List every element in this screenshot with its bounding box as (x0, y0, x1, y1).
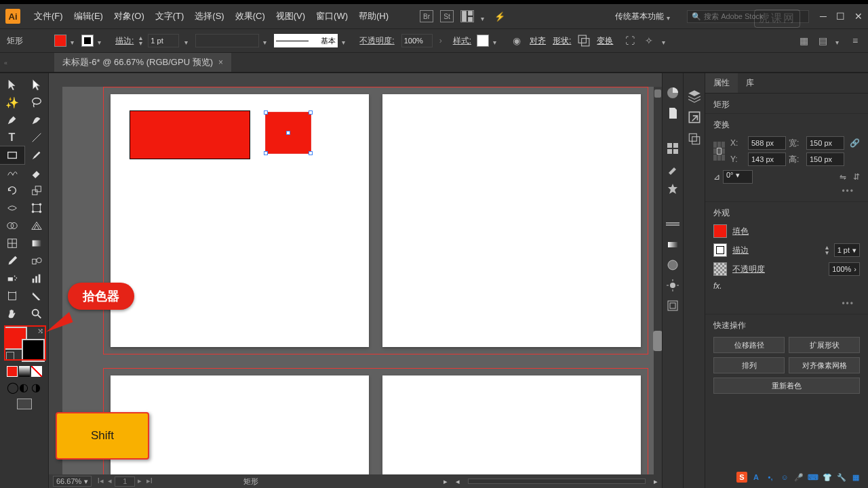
panel-stroke-weight[interactable]: 1 pt ▾ (834, 243, 860, 257)
ime-keyboard-icon[interactable]: ⌨ (808, 472, 818, 483)
ime-lang-icon[interactable]: A (751, 472, 762, 483)
align-link[interactable]: 对齐 (530, 35, 546, 47)
gradient-tool[interactable] (24, 235, 49, 252)
style-label[interactable]: 样式: (453, 35, 471, 47)
graphic-styles-panel-icon[interactable] (665, 298, 680, 313)
window-maximize[interactable]: ☐ (836, 11, 845, 22)
stroke-weight-input[interactable] (148, 34, 179, 47)
eyedropper-tool[interactable] (0, 252, 24, 270)
menu-select[interactable]: 选择(S) (195, 10, 224, 22)
graphic-style-swatch[interactable] (477, 35, 489, 47)
qa-align-pixel[interactable]: 对齐像素网格 (789, 357, 860, 373)
stroke-swatch[interactable] (81, 35, 94, 47)
draw-inside-icon[interactable]: ◑ (31, 381, 42, 392)
paintbrush-tool[interactable] (24, 146, 49, 164)
layers-panel-icon[interactable] (687, 88, 702, 103)
doc-panel-icon[interactable] (665, 106, 680, 121)
line-tool[interactable] (24, 129, 49, 146)
screen-mode-icon[interactable] (17, 399, 32, 409)
qa-arrange[interactable]: 排列 (713, 357, 785, 373)
menu-effect[interactable]: 效果(C) (235, 10, 265, 22)
menu-view[interactable]: 视图(V) (276, 10, 305, 22)
ime-grid-icon[interactable]: ▦ (850, 472, 861, 483)
artboard-4[interactable] (382, 375, 641, 488)
var-width-profile[interactable] (195, 34, 259, 47)
y-input[interactable] (748, 152, 786, 166)
close-tab-icon[interactable]: × (218, 58, 223, 67)
shape-link[interactable]: 形状: (553, 35, 571, 47)
window-close[interactable]: ✕ (854, 11, 863, 22)
blend-tool[interactable] (24, 252, 49, 270)
asset-export-panel-icon[interactable] (687, 110, 702, 125)
menu-file[interactable]: 文件(F) (34, 10, 63, 22)
window-minimize[interactable]: ─ (820, 11, 827, 22)
selection-tool[interactable] (0, 76, 24, 94)
color-mode-icon[interactable] (7, 366, 18, 377)
draw-behind-icon[interactable]: ◐ (19, 381, 30, 392)
opacity-expand[interactable]: › (439, 36, 442, 45)
opacity-label[interactable]: 不透明度: (359, 35, 394, 47)
panel-opacity-swatch[interactable] (713, 262, 727, 276)
arrange-documents-icon[interactable] (460, 10, 474, 22)
width-tool[interactable] (0, 199, 24, 217)
ruler-horizontal[interactable] (62, 73, 662, 87)
arrange-documents-dd[interactable] (481, 13, 488, 20)
collapse-toolbox-arrows[interactable]: « (4, 60, 7, 66)
hand-tool[interactable] (0, 305, 24, 323)
menu-type[interactable]: 文字(T) (155, 10, 184, 22)
artboard-1[interactable] (111, 94, 369, 347)
shaper-tool[interactable] (0, 164, 24, 182)
column-graph-tool[interactable] (24, 270, 49, 287)
panel-stroke-swatch[interactable] (713, 243, 727, 257)
rectangle-tool[interactable] (0, 146, 24, 164)
selected-square-shape[interactable] (265, 112, 311, 154)
menu-window[interactable]: 窗口(W) (316, 10, 348, 22)
edit-icon[interactable]: ✧ (643, 35, 655, 47)
fill-swatch[interactable] (54, 35, 66, 47)
flip-h-icon[interactable]: ⇋ (840, 172, 846, 182)
stock-icon[interactable]: St (440, 10, 454, 22)
panel-fill-label[interactable]: 填色 (732, 226, 749, 237)
stroke-weight-dd[interactable] (184, 37, 191, 44)
type-tool[interactable]: T (0, 129, 24, 146)
brush-definition[interactable]: 基本 (274, 34, 338, 47)
gradient-mode-icon[interactable] (19, 366, 30, 377)
qa-expand-shape[interactable]: 扩展形状 (789, 337, 860, 353)
pen-tool[interactable] (0, 111, 24, 129)
angle-input[interactable]: 0° ▾ (723, 170, 753, 184)
shape-mode-icon[interactable] (578, 35, 590, 47)
bridge-icon[interactable]: Br (420, 10, 433, 22)
appearance-more[interactable]: ••• (713, 296, 860, 308)
artboard-2[interactable] (382, 94, 641, 347)
panel-opacity-label[interactable]: 不透明度 (732, 264, 765, 275)
transform-link[interactable]: 变换 (597, 35, 613, 47)
magic-wand-tool[interactable]: ✨ (0, 94, 24, 111)
panel-menu-icon[interactable]: ≡ (849, 35, 861, 47)
eraser-tool[interactable] (24, 164, 49, 182)
h-input[interactable] (806, 152, 844, 166)
ime-toolbar[interactable]: S A •, ☺ 🎤 ⌨ 👕 🔧 ▦ (736, 472, 861, 483)
flip-v-icon[interactable]: ⇵ (853, 172, 860, 182)
swatches-panel-icon[interactable] (665, 141, 680, 156)
slice-tool[interactable] (24, 287, 49, 305)
menu-object[interactable]: 对象(O) (114, 10, 144, 22)
transparency-panel-icon[interactable] (665, 258, 680, 272)
symbol-sprayer-tool[interactable] (0, 270, 24, 287)
stroke-swatch-dd[interactable] (98, 37, 104, 44)
w-input[interactable] (806, 136, 844, 150)
ime-emoji-icon[interactable]: ☺ (779, 472, 790, 483)
tab-properties[interactable]: 属性 (705, 73, 738, 93)
red-rectangle-shape[interactable] (130, 110, 250, 159)
stroke-stepper[interactable]: ▴▾ (139, 35, 142, 46)
fx-link[interactable]: fx. (713, 281, 722, 291)
stroke-label[interactable]: 描边: (115, 35, 134, 47)
rotate-tool[interactable] (0, 182, 24, 199)
x-input[interactable] (748, 136, 786, 150)
appearance-sun-icon[interactable] (665, 278, 680, 293)
artboard-3[interactable] (111, 375, 369, 488)
artboard-nav[interactable]: I◂◂ 1 ▸▸I (96, 476, 154, 487)
snap-icon[interactable]: ▤ (816, 35, 829, 47)
stroke-panel-icon[interactable] (665, 217, 680, 232)
align-pixel-icon[interactable]: ▦ (797, 35, 810, 47)
scrollbar-vertical[interactable] (654, 87, 662, 488)
